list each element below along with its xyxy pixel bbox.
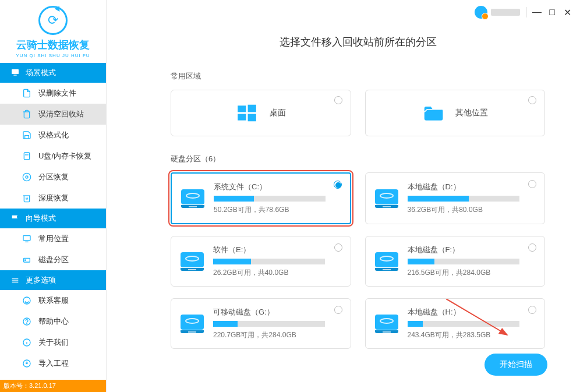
sidebar-item-label: 关于我们 bbox=[38, 337, 69, 348]
sidebar-item-deleted-files[interactable]: 误删除文件 bbox=[0, 83, 106, 104]
sidebar-item-import[interactable]: 导入工程 bbox=[0, 353, 106, 374]
radio-icon bbox=[528, 96, 536, 104]
more-header-label: 更多选项 bbox=[26, 275, 56, 285]
radio-icon bbox=[528, 180, 536, 188]
svg-rect-22 bbox=[238, 105, 246, 112]
disk-card[interactable]: 系统文件（C:） 50.2GB可用，共78.6GB bbox=[171, 172, 351, 224]
save-icon bbox=[22, 130, 31, 140]
svg-rect-8 bbox=[23, 236, 30, 241]
disk-stats: 50.2GB可用，共78.6GB bbox=[214, 205, 339, 215]
scene-mode-header: 场景模式 bbox=[0, 63, 106, 83]
disk-usage-bar bbox=[213, 259, 325, 264]
sidebar-item-disk-partition[interactable]: 磁盘分区 bbox=[0, 249, 106, 270]
disk-stats: 220.7GB可用，共284.0GB bbox=[213, 330, 340, 340]
main-content: 选择文件移入回收站前所在的分区 常用区域 桌面 其他位置 硬盘分区（6） 系统文… bbox=[107, 0, 580, 392]
info-icon bbox=[22, 338, 31, 347]
sidebar-item-label: 联系客服 bbox=[38, 295, 69, 306]
sidebar-item-label: 导入工程 bbox=[38, 358, 69, 369]
sidebar-item-format[interactable]: 误格式化 bbox=[0, 125, 106, 146]
disk-drive-icon bbox=[181, 252, 204, 271]
radio-icon bbox=[334, 243, 342, 252]
disc-icon bbox=[22, 172, 31, 182]
windows-icon bbox=[236, 102, 258, 124]
disk-info: 软件（E:） 26.2GB可用，共40.0GB bbox=[213, 245, 340, 278]
svg-rect-2 bbox=[24, 153, 29, 160]
disk-partition-label: 硬盘分区（6） bbox=[171, 154, 545, 164]
svg-point-6 bbox=[23, 173, 30, 181]
hdd-icon bbox=[22, 255, 31, 264]
disk-card[interactable]: 软件（E:） 26.2GB可用，共40.0GB bbox=[171, 236, 351, 287]
brand-subtitle: YUN QI SHI SHU JU HUI FU bbox=[0, 53, 106, 58]
page-title: 选择文件移入回收站前所在的分区 bbox=[171, 35, 545, 49]
disk-name: 本地磁盘（F:） bbox=[408, 245, 535, 255]
disk-usage-bar bbox=[408, 321, 519, 327]
radio-icon bbox=[334, 306, 342, 314]
disk-card[interactable]: 本地磁盘（D:） 36.2GB可用，共80.0GB bbox=[365, 172, 546, 224]
sidebar-item-partition[interactable]: 分区恢复 bbox=[0, 167, 106, 188]
disk-card[interactable]: 本地磁盘（F:） 216.5GB可用，共284.0GB bbox=[365, 236, 546, 287]
deep-trash-icon bbox=[22, 193, 31, 203]
disk-drive-icon bbox=[375, 252, 398, 271]
start-scan-button[interactable]: 开始扫描 bbox=[484, 354, 547, 376]
sidebar-item-label: U盘/内存卡恢复 bbox=[38, 151, 91, 161]
common-area-label: 常用区域 bbox=[171, 71, 545, 82]
disk-name: 本地磁盘（D:） bbox=[408, 182, 535, 192]
disk-usage-bar bbox=[408, 196, 519, 202]
disk-card[interactable]: 可移动磁盘（G:） 220.7GB可用，共284.0GB bbox=[171, 298, 351, 349]
sidebar-item-label: 分区恢复 bbox=[38, 172, 69, 182]
radio-icon bbox=[334, 181, 342, 189]
sidebar-item-label: 深度恢复 bbox=[38, 193, 69, 203]
svg-rect-23 bbox=[247, 105, 256, 112]
sidebar-item-help[interactable]: 帮助中心 bbox=[0, 311, 106, 332]
card-label: 桌面 bbox=[270, 108, 286, 118]
disk-stats: 243.4GB可用，共283.5GB bbox=[408, 330, 535, 340]
disk-drive-icon bbox=[181, 315, 204, 333]
disk-usage-bar bbox=[214, 196, 326, 202]
disk-info: 系统文件（C:） 50.2GB可用，共78.6GB bbox=[214, 182, 339, 215]
sidebar-item-common-location[interactable]: 常用位置 bbox=[0, 228, 106, 249]
sidebar-item-deep[interactable]: 深度恢复 bbox=[0, 188, 106, 209]
disk-name: 本地磁盘（H:） bbox=[408, 307, 535, 317]
sidebar-item-label: 误格式化 bbox=[38, 130, 69, 140]
disk-name: 软件（E:） bbox=[213, 245, 340, 255]
sidebar-item-contact[interactable]: 联系客服 bbox=[0, 290, 106, 311]
headset-icon bbox=[22, 296, 31, 305]
svg-rect-1 bbox=[13, 75, 16, 75]
sidebar-item-label: 常用位置 bbox=[38, 234, 69, 244]
sd-card-icon bbox=[22, 151, 31, 161]
disk-stats: 216.5GB可用，共284.0GB bbox=[408, 268, 535, 278]
disk-info: 可移动磁盘（G:） 220.7GB可用，共284.0GB bbox=[213, 307, 340, 340]
disk-card[interactable]: 本地磁盘（H:） 243.4GB可用，共283.5GB bbox=[365, 298, 546, 349]
sidebar-item-label: 误删除文件 bbox=[38, 88, 76, 98]
disk-info: 本地磁盘（H:） 243.4GB可用，共283.5GB bbox=[408, 307, 535, 340]
disk-info: 本地磁盘（D:） 36.2GB可用，共80.0GB bbox=[408, 182, 535, 215]
wizard-mode-header: 向导模式 bbox=[0, 209, 106, 228]
scene-header-label: 场景模式 bbox=[26, 68, 56, 78]
brand-title: 云骑士数据恢复 bbox=[0, 38, 106, 52]
card-label: 其他位置 bbox=[455, 108, 488, 118]
card-other-location[interactable]: 其他位置 bbox=[365, 90, 546, 136]
svg-rect-0 bbox=[12, 69, 19, 74]
sidebar-item-usb[interactable]: U盘/内存卡恢复 bbox=[0, 146, 106, 167]
sidebar-item-label: 误清空回收站 bbox=[38, 109, 84, 119]
sidebar-item-empty-recycle[interactable]: 误清空回收站 bbox=[0, 104, 106, 125]
wizard-header-label: 向导模式 bbox=[26, 213, 56, 224]
disk-name: 系统文件（C:） bbox=[214, 182, 339, 192]
disk-usage-bar bbox=[408, 259, 519, 264]
disk-grid: 系统文件（C:） 50.2GB可用，共78.6GB 本地磁盘（D:） 36.2G… bbox=[171, 172, 545, 349]
card-desktop[interactable]: 桌面 bbox=[171, 90, 351, 136]
disk-stats: 36.2GB可用，共80.0GB bbox=[408, 205, 535, 215]
menu-icon bbox=[10, 276, 20, 285]
svg-point-11 bbox=[25, 260, 26, 260]
svg-point-7 bbox=[26, 176, 28, 178]
radio-icon bbox=[528, 243, 536, 252]
disk-drive-icon bbox=[181, 189, 204, 208]
disk-info: 本地磁盘（F:） 216.5GB可用，共284.0GB bbox=[408, 245, 535, 278]
version-label: 版本号：3.21.0.17 bbox=[0, 380, 106, 392]
sidebar: ⟳ 云骑士数据恢复 YUN QI SHI SHU JU HUI FU 场景模式 … bbox=[0, 0, 107, 392]
help-icon bbox=[22, 317, 31, 326]
file-x-icon bbox=[22, 89, 31, 98]
disk-drive-icon bbox=[375, 315, 398, 333]
radio-icon bbox=[334, 96, 342, 104]
sidebar-item-about[interactable]: 关于我们 bbox=[0, 332, 106, 353]
